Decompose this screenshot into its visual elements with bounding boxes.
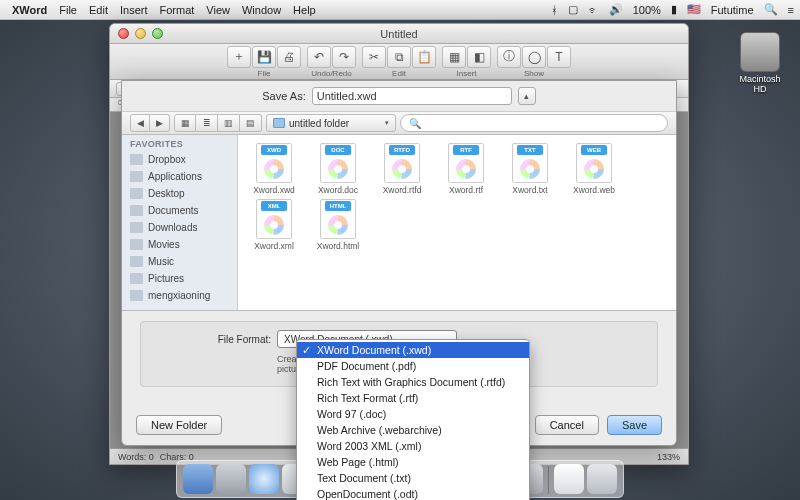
dock-launchpad-icon[interactable] bbox=[216, 464, 246, 494]
battery-icon[interactable]: ▮ bbox=[671, 3, 677, 16]
sidebar-item[interactable]: Dropbox bbox=[122, 151, 237, 168]
forward-button[interactable]: ▶ bbox=[150, 114, 170, 132]
menu-format[interactable]: Format bbox=[159, 4, 194, 16]
desktop-hd-icon[interactable]: Macintosh HD bbox=[732, 32, 788, 94]
toolbar-button[interactable]: T bbox=[547, 46, 571, 68]
toolbar-button[interactable]: 📋 bbox=[412, 46, 436, 68]
sidebar-item[interactable]: Desktop bbox=[122, 185, 237, 202]
app-menu[interactable]: XWord bbox=[12, 4, 47, 16]
menu-help[interactable]: Help bbox=[293, 4, 316, 16]
battery-label[interactable]: 100% bbox=[633, 4, 661, 16]
desktop-hd-label: Macintosh HD bbox=[732, 74, 788, 94]
toolbar-button[interactable]: ＋ bbox=[227, 46, 251, 68]
dock-separator bbox=[548, 466, 549, 494]
dropdown-item[interactable]: OpenDocument (.odt) bbox=[297, 486, 529, 500]
folder-icon bbox=[130, 154, 143, 165]
sidebar-item-label: Applications bbox=[148, 171, 202, 182]
path-popup[interactable]: untitled folder ▾ bbox=[266, 114, 396, 132]
document-icon: XWD bbox=[254, 143, 294, 183]
view-icons-button[interactable]: ▦ bbox=[174, 114, 196, 132]
toolbar-button[interactable]: ▦ bbox=[442, 46, 466, 68]
dock-trash-icon[interactable] bbox=[587, 464, 617, 494]
file-item[interactable]: XWDXword.xwd bbox=[242, 143, 306, 195]
filename-input[interactable] bbox=[312, 87, 512, 105]
dock-safari-icon[interactable] bbox=[249, 464, 279, 494]
toolbar-button[interactable]: ◯ bbox=[522, 46, 546, 68]
chevron-updown-icon: ▾ bbox=[385, 119, 389, 127]
menu-insert[interactable]: Insert bbox=[120, 4, 148, 16]
sidebar-item[interactable]: Movies bbox=[122, 236, 237, 253]
view-coverflow-button[interactable]: ▤ bbox=[240, 114, 262, 132]
file-item[interactable]: TXTXword.txt bbox=[498, 143, 562, 195]
folder-icon bbox=[130, 256, 143, 267]
dock-folder-icon[interactable] bbox=[554, 464, 584, 494]
dropdown-item[interactable]: Rich Text with Graphics Document (.rtfd) bbox=[297, 374, 529, 390]
file-item[interactable]: RTFDXword.rtfd bbox=[370, 143, 434, 195]
toolbar-button[interactable]: ⧉ bbox=[387, 46, 411, 68]
sidebar-item-label: Desktop bbox=[148, 188, 185, 199]
dropdown-item[interactable]: Text Document (.txt) bbox=[297, 470, 529, 486]
search-icon: 🔍 bbox=[409, 118, 421, 129]
toolbar-group: ✂⧉📋Edit bbox=[362, 46, 436, 78]
view-list-button[interactable]: ≣ bbox=[196, 114, 218, 132]
dock-finder-icon[interactable] bbox=[183, 464, 213, 494]
toolbar-button[interactable]: ✂ bbox=[362, 46, 386, 68]
file-item[interactable]: DOCXword.doc bbox=[306, 143, 370, 195]
volume-icon[interactable]: 🔊 bbox=[609, 3, 623, 16]
wifi-icon[interactable]: ᯤ bbox=[588, 4, 599, 16]
bluetooth-icon[interactable]: ᚼ bbox=[551, 4, 558, 16]
view-columns-button[interactable]: ▥ bbox=[218, 114, 240, 132]
file-grid[interactable]: XWDXword.xwdDOCXword.docRTFDXword.rtfdRT… bbox=[238, 135, 676, 310]
menu-window[interactable]: Window bbox=[242, 4, 281, 16]
menu-view[interactable]: View bbox=[206, 4, 230, 16]
sidebar-item[interactable]: Downloads bbox=[122, 219, 237, 236]
collapse-sheet-button[interactable]: ▴ bbox=[518, 87, 536, 105]
toolbar-group: ↶↷Undo/Redo bbox=[307, 46, 356, 78]
folder-icon bbox=[130, 273, 143, 284]
toolbar-button[interactable]: ↷ bbox=[332, 46, 356, 68]
sidebar-item[interactable]: Pictures bbox=[122, 270, 237, 287]
file-item[interactable]: WEBXword.web bbox=[562, 143, 626, 195]
dropdown-item[interactable]: Web Page (.html) bbox=[297, 454, 529, 470]
input-flag-icon[interactable]: 🇺🇸 bbox=[687, 3, 701, 16]
sidebar: FAVORITES DropboxApplicationsDesktopDocu… bbox=[122, 135, 238, 310]
toolbar-button[interactable]: 💾 bbox=[252, 46, 276, 68]
sidebar-item[interactable]: Applications bbox=[122, 168, 237, 185]
file-format-label: File Format: bbox=[151, 334, 271, 345]
search-input[interactable]: 🔍 bbox=[400, 114, 668, 132]
file-item[interactable]: RTFXword.rtf bbox=[434, 143, 498, 195]
back-button[interactable]: ◀ bbox=[130, 114, 150, 132]
toolbar-group-label: File bbox=[258, 69, 271, 78]
file-item[interactable]: XMLXword.xml bbox=[242, 199, 306, 251]
folder-icon bbox=[130, 290, 143, 301]
dropdown-item[interactable]: Rich Text Format (.rtf) bbox=[297, 390, 529, 406]
toolbar-button[interactable]: ↶ bbox=[307, 46, 331, 68]
sidebar-item[interactable]: Music bbox=[122, 253, 237, 270]
folder-icon bbox=[130, 188, 143, 199]
dropdown-item[interactable]: Word 2003 XML (.xml) bbox=[297, 438, 529, 454]
clock[interactable]: Fututime bbox=[711, 4, 754, 16]
dropdown-item[interactable]: Word 97 (.doc) bbox=[297, 406, 529, 422]
toolbar-button[interactable]: 🖨 bbox=[277, 46, 301, 68]
menu-edit[interactable]: Edit bbox=[89, 4, 108, 16]
spotlight-icon[interactable]: 🔍 bbox=[764, 3, 778, 16]
file-item[interactable]: HTMLXword.html bbox=[306, 199, 370, 251]
view-mode-buttons: ▦ ≣ ▥ ▤ bbox=[174, 114, 262, 132]
file-format-dropdown[interactable]: XWord Document (.xwd)PDF Document (.pdf)… bbox=[296, 339, 530, 500]
path-label: untitled folder bbox=[289, 118, 349, 129]
toolbar-button[interactable]: ◧ bbox=[467, 46, 491, 68]
new-folder-button[interactable]: New Folder bbox=[136, 415, 222, 435]
cancel-button[interactable]: Cancel bbox=[535, 415, 599, 435]
notification-icon[interactable]: ≡ bbox=[788, 4, 794, 16]
file-label: Xword.rtfd bbox=[383, 185, 422, 195]
sidebar-item[interactable]: Documents bbox=[122, 202, 237, 219]
dropdown-item[interactable]: PDF Document (.pdf) bbox=[297, 358, 529, 374]
airplay-icon[interactable]: ▢ bbox=[568, 3, 578, 16]
folder-icon bbox=[130, 171, 143, 182]
toolbar-button[interactable]: ⓘ bbox=[497, 46, 521, 68]
dropdown-item[interactable]: Web Archive (.webarchive) bbox=[297, 422, 529, 438]
menu-file[interactable]: File bbox=[59, 4, 77, 16]
save-button[interactable]: Save bbox=[607, 415, 662, 435]
sidebar-item[interactable]: mengxiaoning bbox=[122, 287, 237, 304]
dropdown-item[interactable]: XWord Document (.xwd) bbox=[297, 342, 529, 358]
